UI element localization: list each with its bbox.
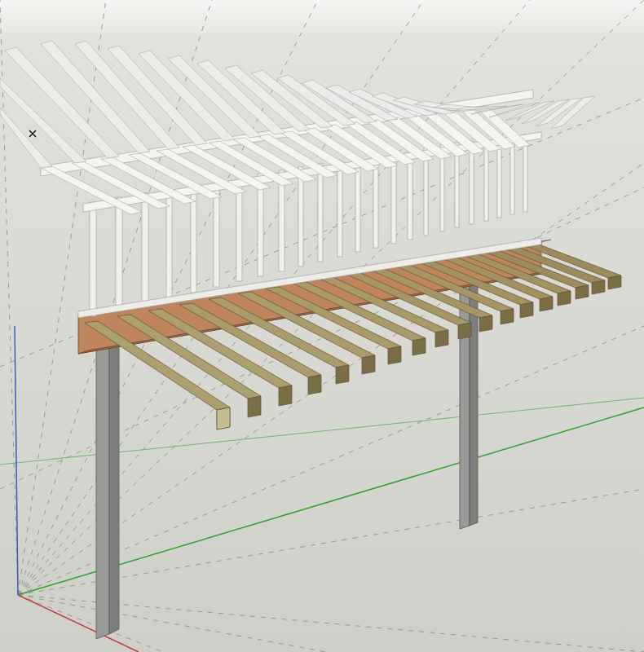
svg-marker-51 xyxy=(336,365,349,384)
red-axis xyxy=(18,595,139,652)
svg-marker-17 xyxy=(96,334,109,639)
svg-marker-18 xyxy=(109,332,119,634)
svg-marker-57 xyxy=(248,396,261,417)
svg-line-11 xyxy=(18,595,326,652)
cad-viewport[interactable] xyxy=(0,0,644,652)
svg-marker-55 xyxy=(279,385,292,406)
cursor-mark xyxy=(29,130,36,137)
svg-rect-70 xyxy=(298,167,303,267)
blue-axis xyxy=(15,326,18,595)
svg-marker-53 xyxy=(308,375,321,394)
svg-marker-37 xyxy=(501,309,514,324)
svg-marker-41 xyxy=(458,323,471,339)
svg-marker-25 xyxy=(608,275,621,289)
svg-marker-47 xyxy=(388,346,401,364)
svg-marker-35 xyxy=(520,302,533,318)
svg-marker-20 xyxy=(470,284,478,526)
svg-rect-61 xyxy=(90,202,96,316)
post-left xyxy=(96,332,119,639)
svg-marker-31 xyxy=(558,291,571,306)
svg-rect-72 xyxy=(337,161,342,257)
svg-marker-43 xyxy=(435,330,448,347)
model-canvas xyxy=(0,0,644,652)
svg-marker-49 xyxy=(362,355,375,374)
svg-marker-29 xyxy=(576,285,589,299)
svg-rect-71 xyxy=(318,164,323,262)
svg-rect-81 xyxy=(484,139,488,221)
svg-rect-63 xyxy=(142,193,148,304)
svg-marker-27 xyxy=(592,280,605,294)
svg-line-12 xyxy=(18,595,163,652)
svg-marker-60 xyxy=(217,408,230,430)
svg-marker-45 xyxy=(412,338,426,355)
svg-marker-108 xyxy=(0,108,52,168)
svg-marker-39 xyxy=(479,315,492,332)
svg-rect-62 xyxy=(116,197,122,310)
svg-marker-33 xyxy=(540,297,553,311)
